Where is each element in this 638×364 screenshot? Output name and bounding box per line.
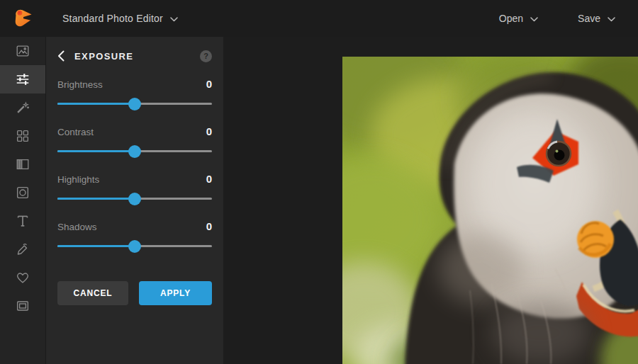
highlights-label: Highlights bbox=[57, 174, 99, 185]
shadows-slider-group: Shadows 0 bbox=[57, 220, 212, 253]
contrast-label: Contrast bbox=[57, 127, 94, 137]
editor-canvas[interactable] bbox=[223, 37, 638, 364]
app-logo-icon[interactable] bbox=[13, 7, 34, 30]
back-button[interactable] bbox=[57, 50, 67, 62]
brightness-value: 0 bbox=[206, 78, 212, 90]
grid-icon bbox=[15, 128, 30, 144]
magic-wand-icon bbox=[15, 100, 30, 115]
sidebar-item-favorites[interactable] bbox=[0, 263, 45, 292]
sidebar-item-draw[interactable] bbox=[0, 235, 45, 263]
tool-sidebar bbox=[0, 37, 45, 364]
open-label: Open bbox=[499, 13, 523, 24]
contrast-slider[interactable] bbox=[57, 145, 212, 158]
panel-title: EXPOSURE bbox=[74, 51, 133, 62]
sidebar-item-frames[interactable] bbox=[0, 292, 45, 320]
document-title: Standard Photo Editor bbox=[62, 13, 163, 24]
brightness-slider[interactable] bbox=[57, 98, 212, 110]
pen-icon bbox=[15, 241, 30, 257]
frame-icon bbox=[15, 298, 30, 314]
shadows-value: 0 bbox=[206, 220, 212, 232]
highlights-value: 0 bbox=[206, 173, 212, 185]
help-icon[interactable]: ? bbox=[200, 50, 212, 62]
sidebar-item-collage[interactable] bbox=[0, 122, 45, 150]
chevron-down-icon bbox=[530, 12, 538, 25]
panel-actions: CANCEL APPLY bbox=[57, 281, 212, 305]
shadows-label: Shadows bbox=[57, 222, 97, 232]
slider-thumb[interactable] bbox=[128, 98, 141, 110]
brightness-label: Brightness bbox=[57, 79, 103, 90]
help-glyph: ? bbox=[203, 52, 208, 60]
shadows-slider[interactable] bbox=[57, 240, 212, 253]
save-menu-button[interactable]: Save bbox=[578, 12, 615, 25]
slider-track-fill bbox=[57, 245, 135, 247]
circle-frame-icon bbox=[15, 185, 30, 200]
slider-thumb[interactable] bbox=[128, 193, 141, 205]
top-bar: Standard Photo Editor Open Save bbox=[0, 0, 638, 37]
stripes-frame-icon bbox=[15, 157, 30, 172]
cancel-button[interactable]: CANCEL bbox=[57, 281, 128, 305]
highlights-slider[interactable] bbox=[57, 193, 212, 205]
open-menu-button[interactable]: Open bbox=[499, 12, 538, 25]
slider-track-fill bbox=[57, 198, 135, 200]
exposure-panel: EXPOSURE ? Brightness 0 Contrast 0 Highl… bbox=[45, 37, 223, 364]
sidebar-item-photos[interactable] bbox=[0, 37, 45, 65]
image-icon bbox=[15, 43, 30, 59]
slider-track-fill bbox=[57, 103, 135, 105]
chevron-down-icon bbox=[608, 12, 615, 25]
document-title-menu[interactable]: Standard Photo Editor bbox=[62, 12, 178, 25]
save-label: Save bbox=[578, 13, 600, 24]
topbar-actions: Open Save bbox=[499, 12, 638, 25]
chevron-down-icon bbox=[170, 12, 178, 25]
sidebar-item-text[interactable] bbox=[0, 207, 45, 235]
highlights-slider-group: Highlights 0 bbox=[57, 173, 212, 205]
slider-thumb[interactable] bbox=[128, 145, 141, 158]
sidebar-item-effects[interactable] bbox=[0, 93, 45, 122]
heart-icon bbox=[15, 270, 30, 285]
apply-button[interactable]: APPLY bbox=[139, 281, 212, 305]
panel-header: EXPOSURE ? bbox=[57, 49, 212, 63]
contrast-value: 0 bbox=[206, 125, 212, 137]
sliders-icon bbox=[15, 72, 30, 87]
slider-track-fill bbox=[57, 150, 135, 152]
brightness-slider-group: Brightness 0 bbox=[57, 78, 212, 110]
sidebar-item-focus[interactable] bbox=[0, 178, 45, 207]
sidebar-item-textures[interactable] bbox=[0, 150, 45, 178]
text-icon bbox=[15, 213, 30, 229]
puffin-photo[interactable] bbox=[342, 57, 638, 364]
slider-thumb[interactable] bbox=[128, 240, 141, 253]
contrast-slider-group: Contrast 0 bbox=[57, 125, 212, 158]
sidebar-item-adjust[interactable] bbox=[0, 65, 45, 93]
